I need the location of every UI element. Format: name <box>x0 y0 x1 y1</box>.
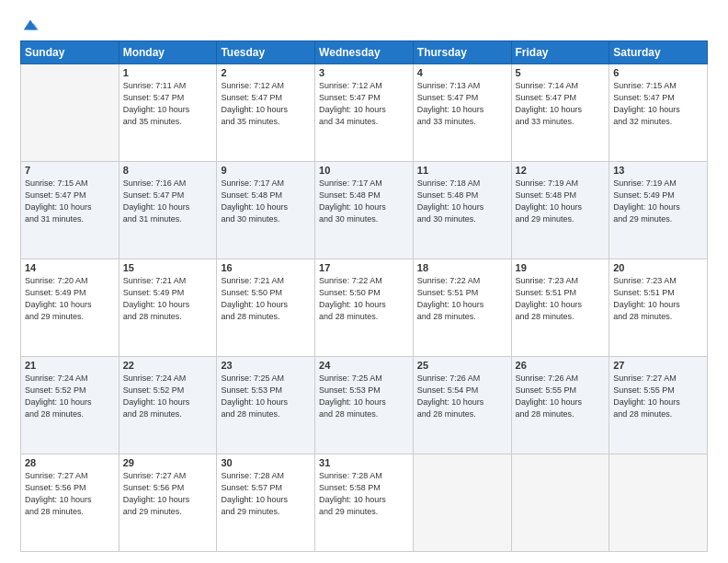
day-number: 26 <box>516 360 606 371</box>
calendar-cell: 19Sunrise: 7:23 AM Sunset: 5:51 PM Dayli… <box>511 259 609 357</box>
calendar-cell: 27Sunrise: 7:27 AM Sunset: 5:55 PM Dayli… <box>609 357 708 454</box>
day-number: 28 <box>25 457 115 468</box>
day-number: 5 <box>516 67 606 78</box>
day-info: Sunrise: 7:25 AM Sunset: 5:53 PM Dayligh… <box>319 373 409 420</box>
day-info: Sunrise: 7:27 AM Sunset: 5:55 PM Dayligh… <box>613 373 703 420</box>
calendar-week-row: 14Sunrise: 7:20 AM Sunset: 5:49 PM Dayli… <box>21 259 708 357</box>
calendar-cell <box>511 454 609 552</box>
calendar-cell: 7Sunrise: 7:15 AM Sunset: 5:47 PM Daylig… <box>21 162 119 259</box>
day-info: Sunrise: 7:21 AM Sunset: 5:49 PM Dayligh… <box>123 275 213 323</box>
col-header-wednesday: Wednesday <box>315 41 414 64</box>
page: SundayMondayTuesdayWednesdayThursdayFrid… <box>0 0 728 563</box>
day-number: 21 <box>25 360 115 371</box>
calendar-cell: 28Sunrise: 7:27 AM Sunset: 5:56 PM Dayli… <box>21 454 119 552</box>
col-header-saturday: Saturday <box>609 41 708 64</box>
day-info: Sunrise: 7:20 AM Sunset: 5:49 PM Dayligh… <box>25 275 115 323</box>
calendar-header-row: SundayMondayTuesdayWednesdayThursdayFrid… <box>21 41 708 64</box>
day-number: 18 <box>417 262 507 273</box>
day-number: 9 <box>221 165 311 176</box>
calendar-cell: 24Sunrise: 7:25 AM Sunset: 5:53 PM Dayli… <box>315 357 414 454</box>
day-number: 27 <box>613 360 703 371</box>
calendar-cell: 31Sunrise: 7:28 AM Sunset: 5:58 PM Dayli… <box>315 454 414 552</box>
day-info: Sunrise: 7:24 AM Sunset: 5:52 PM Dayligh… <box>123 373 213 420</box>
day-number: 13 <box>613 165 703 176</box>
day-info: Sunrise: 7:17 AM Sunset: 5:48 PM Dayligh… <box>221 178 311 225</box>
day-info: Sunrise: 7:14 AM Sunset: 5:47 PM Dayligh… <box>516 80 606 128</box>
calendar-cell: 22Sunrise: 7:24 AM Sunset: 5:52 PM Dayli… <box>119 357 217 454</box>
day-number: 23 <box>221 360 311 371</box>
calendar-cell: 8Sunrise: 7:16 AM Sunset: 5:47 PM Daylig… <box>119 162 217 259</box>
header <box>20 17 708 33</box>
day-number: 12 <box>516 165 606 176</box>
calendar-cell <box>609 454 708 552</box>
day-number: 2 <box>221 67 311 78</box>
day-number: 30 <box>221 457 311 468</box>
day-info: Sunrise: 7:23 AM Sunset: 5:51 PM Dayligh… <box>613 275 703 323</box>
calendar-cell: 18Sunrise: 7:22 AM Sunset: 5:51 PM Dayli… <box>413 259 511 357</box>
calendar-cell: 2Sunrise: 7:12 AM Sunset: 5:47 PM Daylig… <box>217 64 315 162</box>
calendar-cell: 9Sunrise: 7:17 AM Sunset: 5:48 PM Daylig… <box>217 162 315 259</box>
calendar-cell: 21Sunrise: 7:24 AM Sunset: 5:52 PM Dayli… <box>21 357 119 454</box>
calendar-cell: 10Sunrise: 7:17 AM Sunset: 5:48 PM Dayli… <box>315 162 414 259</box>
day-info: Sunrise: 7:23 AM Sunset: 5:51 PM Dayligh… <box>516 275 606 323</box>
day-number: 16 <box>221 262 311 273</box>
day-number: 15 <box>123 262 213 273</box>
day-number: 25 <box>417 360 507 371</box>
calendar-cell: 17Sunrise: 7:22 AM Sunset: 5:50 PM Dayli… <box>315 259 414 357</box>
day-number: 29 <box>123 457 213 468</box>
calendar-cell: 14Sunrise: 7:20 AM Sunset: 5:49 PM Dayli… <box>21 259 119 357</box>
calendar-cell: 25Sunrise: 7:26 AM Sunset: 5:54 PM Dayli… <box>413 357 511 454</box>
day-number: 8 <box>123 165 213 176</box>
day-info: Sunrise: 7:21 AM Sunset: 5:50 PM Dayligh… <box>221 275 311 323</box>
calendar-cell: 20Sunrise: 7:23 AM Sunset: 5:51 PM Dayli… <box>609 259 708 357</box>
col-header-monday: Monday <box>119 41 217 64</box>
calendar-week-row: 21Sunrise: 7:24 AM Sunset: 5:52 PM Dayli… <box>21 357 708 454</box>
day-number: 11 <box>417 165 507 176</box>
day-number: 3 <box>319 67 409 78</box>
day-info: Sunrise: 7:19 AM Sunset: 5:49 PM Dayligh… <box>613 178 703 225</box>
day-info: Sunrise: 7:12 AM Sunset: 5:47 PM Dayligh… <box>319 80 409 128</box>
day-number: 17 <box>319 262 409 273</box>
col-header-thursday: Thursday <box>413 41 511 64</box>
col-header-tuesday: Tuesday <box>217 41 315 64</box>
calendar-table: SundayMondayTuesdayWednesdayThursdayFrid… <box>20 40 708 552</box>
calendar-week-row: 7Sunrise: 7:15 AM Sunset: 5:47 PM Daylig… <box>21 162 708 259</box>
calendar-cell <box>21 64 119 162</box>
day-number: 19 <box>516 262 606 273</box>
day-info: Sunrise: 7:22 AM Sunset: 5:50 PM Dayligh… <box>319 275 409 323</box>
calendar-cell: 11Sunrise: 7:18 AM Sunset: 5:48 PM Dayli… <box>413 162 511 259</box>
day-number: 7 <box>25 165 115 176</box>
day-number: 14 <box>25 262 115 273</box>
day-info: Sunrise: 7:17 AM Sunset: 5:48 PM Dayligh… <box>319 178 409 225</box>
day-info: Sunrise: 7:26 AM Sunset: 5:54 PM Dayligh… <box>417 373 507 420</box>
calendar-cell: 3Sunrise: 7:12 AM Sunset: 5:47 PM Daylig… <box>315 64 414 162</box>
calendar-cell: 30Sunrise: 7:28 AM Sunset: 5:57 PM Dayli… <box>217 454 315 552</box>
day-info: Sunrise: 7:27 AM Sunset: 5:56 PM Dayligh… <box>25 470 115 518</box>
day-info: Sunrise: 7:26 AM Sunset: 5:55 PM Dayligh… <box>516 373 606 420</box>
day-number: 6 <box>613 67 703 78</box>
day-info: Sunrise: 7:25 AM Sunset: 5:53 PM Dayligh… <box>221 373 311 420</box>
day-info: Sunrise: 7:28 AM Sunset: 5:57 PM Dayligh… <box>221 470 311 518</box>
calendar-cell: 13Sunrise: 7:19 AM Sunset: 5:49 PM Dayli… <box>609 162 708 259</box>
calendar-week-row: 28Sunrise: 7:27 AM Sunset: 5:56 PM Dayli… <box>21 454 708 552</box>
day-number: 10 <box>319 165 409 176</box>
calendar-cell: 12Sunrise: 7:19 AM Sunset: 5:48 PM Dayli… <box>511 162 609 259</box>
calendar-cell: 5Sunrise: 7:14 AM Sunset: 5:47 PM Daylig… <box>511 64 609 162</box>
col-header-sunday: Sunday <box>21 41 119 64</box>
calendar-cell: 26Sunrise: 7:26 AM Sunset: 5:55 PM Dayli… <box>511 357 609 454</box>
day-info: Sunrise: 7:15 AM Sunset: 5:47 PM Dayligh… <box>25 178 115 225</box>
calendar-cell: 4Sunrise: 7:13 AM Sunset: 5:47 PM Daylig… <box>413 64 511 162</box>
calendar-cell: 29Sunrise: 7:27 AM Sunset: 5:56 PM Dayli… <box>119 454 217 552</box>
day-info: Sunrise: 7:22 AM Sunset: 5:51 PM Dayligh… <box>417 275 507 323</box>
day-info: Sunrise: 7:27 AM Sunset: 5:56 PM Dayligh… <box>123 470 213 518</box>
day-info: Sunrise: 7:12 AM Sunset: 5:47 PM Dayligh… <box>221 80 311 128</box>
day-info: Sunrise: 7:13 AM Sunset: 5:47 PM Dayligh… <box>417 80 507 128</box>
day-info: Sunrise: 7:19 AM Sunset: 5:48 PM Dayligh… <box>516 178 606 225</box>
day-number: 24 <box>319 360 409 371</box>
day-number: 22 <box>123 360 213 371</box>
calendar-week-row: 1Sunrise: 7:11 AM Sunset: 5:47 PM Daylig… <box>21 64 708 162</box>
day-info: Sunrise: 7:24 AM Sunset: 5:52 PM Dayligh… <box>25 373 115 420</box>
day-info: Sunrise: 7:16 AM Sunset: 5:47 PM Dayligh… <box>123 178 213 225</box>
day-info: Sunrise: 7:11 AM Sunset: 5:47 PM Dayligh… <box>123 80 213 128</box>
day-number: 31 <box>319 457 409 468</box>
